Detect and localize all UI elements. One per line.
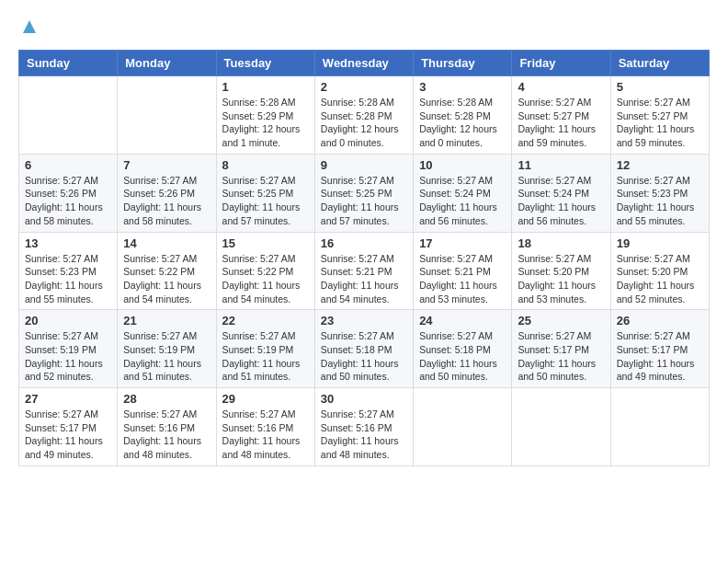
day-number: 14 [123,236,210,250]
day-info: Sunrise: 5:27 AM Sunset: 5:23 PM Dayligh… [25,252,111,306]
day-of-week-header: Wednesday [314,51,413,76]
day-number: 28 [123,392,210,406]
calendar-day-cell [118,76,216,155]
day-of-week-header: Friday [512,51,610,76]
day-number: 27 [25,392,111,406]
day-of-week-header: Sunday [19,51,118,76]
day-info: Sunrise: 5:27 AM Sunset: 5:27 PM Dayligh… [518,96,604,150]
calendar-day-cell: 10Sunrise: 5:27 AM Sunset: 5:24 PM Dayli… [414,154,512,232]
logo-icon [21,18,38,35]
calendar-day-cell: 8Sunrise: 5:27 AM Sunset: 5:25 PM Daylig… [216,154,314,232]
calendar-day-cell: 1Sunrise: 5:28 AM Sunset: 5:29 PM Daylig… [216,76,314,155]
day-info: Sunrise: 5:27 AM Sunset: 5:19 PM Dayligh… [25,329,111,384]
day-info: Sunrise: 5:27 AM Sunset: 5:25 PM Dayligh… [321,174,407,228]
day-number: 7 [123,158,210,172]
day-info: Sunrise: 5:27 AM Sunset: 5:24 PM Dayligh… [419,174,506,228]
day-number: 22 [222,314,309,327]
day-info: Sunrise: 5:27 AM Sunset: 5:23 PM Dayligh… [617,174,703,228]
day-info: Sunrise: 5:27 AM Sunset: 5:24 PM Dayligh… [518,174,604,228]
calendar-day-cell: 16Sunrise: 5:27 AM Sunset: 5:21 PM Dayli… [314,232,413,310]
day-of-week-header: Tuesday [216,51,314,76]
day-info: Sunrise: 5:27 AM Sunset: 5:17 PM Dayligh… [25,408,111,462]
calendar-week-row: 1Sunrise: 5:28 AM Sunset: 5:29 PM Daylig… [19,76,710,155]
day-info: Sunrise: 5:28 AM Sunset: 5:28 PM Dayligh… [419,96,506,150]
day-number: 21 [123,314,210,327]
calendar-day-cell: 7Sunrise: 5:27 AM Sunset: 5:26 PM Daylig… [118,154,216,232]
day-info: Sunrise: 5:27 AM Sunset: 5:27 PM Dayligh… [617,96,703,150]
day-number: 19 [617,236,703,250]
calendar-day-cell: 17Sunrise: 5:27 AM Sunset: 5:21 PM Dayli… [414,232,512,310]
day-info: Sunrise: 5:27 AM Sunset: 5:26 PM Dayligh… [25,174,111,228]
day-info: Sunrise: 5:27 AM Sunset: 5:19 PM Dayligh… [123,329,210,384]
day-number: 12 [617,158,703,172]
day-info: Sunrise: 5:27 AM Sunset: 5:16 PM Dayligh… [321,408,407,462]
calendar-day-cell: 18Sunrise: 5:27 AM Sunset: 5:20 PM Dayli… [512,232,610,310]
day-info: Sunrise: 5:27 AM Sunset: 5:21 PM Dayligh… [321,252,407,306]
calendar-day-cell [610,388,709,466]
day-info: Sunrise: 5:27 AM Sunset: 5:17 PM Dayligh… [518,329,604,384]
day-info: Sunrise: 5:27 AM Sunset: 5:20 PM Dayligh… [617,252,703,306]
day-info: Sunrise: 5:28 AM Sunset: 5:29 PM Dayligh… [222,96,309,150]
day-number: 10 [419,158,506,172]
day-number: 17 [419,236,506,250]
calendar-day-cell: 12Sunrise: 5:27 AM Sunset: 5:23 PM Dayli… [610,154,709,232]
calendar-day-cell: 6Sunrise: 5:27 AM Sunset: 5:26 PM Daylig… [19,154,118,232]
day-info: Sunrise: 5:27 AM Sunset: 5:16 PM Dayligh… [123,408,210,462]
day-info: Sunrise: 5:27 AM Sunset: 5:19 PM Dayligh… [222,329,309,384]
calendar-day-cell: 11Sunrise: 5:27 AM Sunset: 5:24 PM Dayli… [512,154,610,232]
calendar-day-cell [512,388,610,466]
day-info: Sunrise: 5:27 AM Sunset: 5:18 PM Dayligh… [419,329,506,384]
calendar-day-cell: 26Sunrise: 5:27 AM Sunset: 5:17 PM Dayli… [610,310,709,388]
calendar-body: 1Sunrise: 5:28 AM Sunset: 5:29 PM Daylig… [19,76,710,466]
day-of-week-header: Saturday [610,51,709,76]
header [18,18,710,40]
day-number: 8 [222,158,309,172]
day-number: 2 [321,80,407,94]
day-number: 18 [518,236,604,250]
day-of-week-header: Monday [118,51,216,76]
calendar-day-cell: 30Sunrise: 5:27 AM Sunset: 5:16 PM Dayli… [314,388,413,466]
day-info: Sunrise: 5:27 AM Sunset: 5:16 PM Dayligh… [222,408,309,462]
calendar-week-row: 13Sunrise: 5:27 AM Sunset: 5:23 PM Dayli… [19,232,710,310]
day-info: Sunrise: 5:27 AM Sunset: 5:20 PM Dayligh… [518,252,604,306]
day-info: Sunrise: 5:27 AM Sunset: 5:21 PM Dayligh… [419,252,506,306]
calendar-week-row: 20Sunrise: 5:27 AM Sunset: 5:19 PM Dayli… [19,310,710,388]
day-info: Sunrise: 5:27 AM Sunset: 5:22 PM Dayligh… [123,252,210,306]
calendar-day-cell: 22Sunrise: 5:27 AM Sunset: 5:19 PM Dayli… [216,310,314,388]
day-number: 1 [222,80,309,94]
calendar-day-cell: 25Sunrise: 5:27 AM Sunset: 5:17 PM Dayli… [512,310,610,388]
calendar-day-cell: 4Sunrise: 5:27 AM Sunset: 5:27 PM Daylig… [512,76,610,155]
day-number: 11 [518,158,604,172]
calendar-day-cell [19,76,118,155]
page-container: SundayMondayTuesdayWednesdayThursdayFrid… [18,18,710,466]
day-info: Sunrise: 5:27 AM Sunset: 5:26 PM Dayligh… [123,174,210,228]
calendar-day-cell: 21Sunrise: 5:27 AM Sunset: 5:19 PM Dayli… [118,310,216,388]
day-number: 26 [617,314,703,327]
day-number: 23 [321,314,407,327]
calendar-day-cell: 24Sunrise: 5:27 AM Sunset: 5:18 PM Dayli… [414,310,512,388]
day-number: 6 [25,158,111,172]
day-number: 5 [617,80,703,94]
day-number: 29 [222,392,309,406]
day-info: Sunrise: 5:27 AM Sunset: 5:22 PM Dayligh… [222,252,309,306]
day-number: 20 [25,314,111,327]
day-info: Sunrise: 5:28 AM Sunset: 5:28 PM Dayligh… [321,96,407,150]
calendar-day-cell: 29Sunrise: 5:27 AM Sunset: 5:16 PM Dayli… [216,388,314,466]
calendar-day-cell: 20Sunrise: 5:27 AM Sunset: 5:19 PM Dayli… [19,310,118,388]
day-number: 9 [321,158,407,172]
day-number: 24 [419,314,506,327]
calendar-day-cell [414,388,512,466]
calendar-day-cell: 3Sunrise: 5:28 AM Sunset: 5:28 PM Daylig… [414,76,512,155]
day-info: Sunrise: 5:27 AM Sunset: 5:18 PM Dayligh… [321,329,407,384]
calendar-day-cell: 5Sunrise: 5:27 AM Sunset: 5:27 PM Daylig… [610,76,709,155]
svg-marker-0 [23,20,36,33]
calendar-day-cell: 23Sunrise: 5:27 AM Sunset: 5:18 PM Dayli… [314,310,413,388]
day-number: 25 [518,314,604,327]
calendar-day-cell: 13Sunrise: 5:27 AM Sunset: 5:23 PM Dayli… [19,232,118,310]
days-of-week-row: SundayMondayTuesdayWednesdayThursdayFrid… [19,51,710,76]
calendar-day-cell: 19Sunrise: 5:27 AM Sunset: 5:20 PM Dayli… [610,232,709,310]
logo [18,18,38,40]
day-number: 4 [518,80,604,94]
day-number: 13 [25,236,111,250]
day-info: Sunrise: 5:27 AM Sunset: 5:17 PM Dayligh… [617,329,703,384]
